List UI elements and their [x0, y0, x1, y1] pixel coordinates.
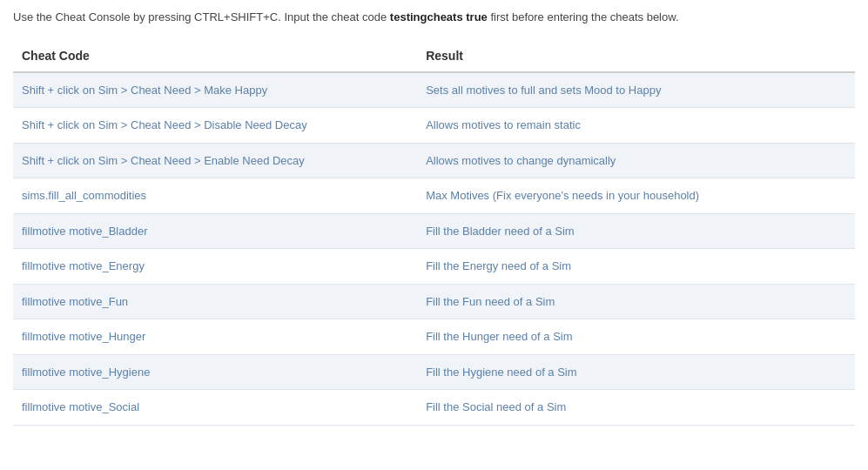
intro-paragraph: Use the Cheat Console by pressing CTRL+S…	[13, 9, 855, 26]
table-row: fillmotive motive_FunFill the Fun need o…	[13, 284, 855, 319]
intro-text-after: first before entering the cheats below.	[488, 10, 679, 24]
result-cell: Fill the Energy need of a Sim	[417, 249, 855, 285]
header-cheat-code: Cheat Code	[13, 42, 417, 72]
result-cell: Fill the Hunger need of a Sim	[417, 319, 855, 355]
table-row: fillmotive motive_HygieneFill the Hygien…	[13, 354, 855, 390]
table-row: Shift + click on Sim > Cheat Need > Enab…	[13, 143, 855, 178]
result-cell: Fill the Social need of a Sim	[417, 390, 855, 426]
cheat-code-cell: Shift + click on Sim > Cheat Need > Disa…	[13, 108, 417, 144]
table-header-row: Cheat Code Result	[13, 42, 855, 72]
intro-bold-code: testingcheats true	[390, 10, 488, 24]
cheat-code-cell: fillmotive motive_Hygiene	[13, 354, 417, 390]
table-row: fillmotive motive_SocialFill the Social …	[13, 390, 855, 426]
table-row: Shift + click on Sim > Cheat Need > Make…	[13, 72, 855, 108]
cheat-code-cell: fillmotive motive_Social	[13, 390, 417, 426]
result-cell: Fill the Fun need of a Sim	[417, 284, 855, 319]
intro-text-before: Use the Cheat Console by pressing CTRL+S…	[13, 10, 390, 24]
header-result: Result	[417, 42, 855, 72]
cheat-code-cell: fillmotive motive_Fun	[13, 284, 417, 319]
cheat-code-cell: Shift + click on Sim > Cheat Need > Make…	[13, 72, 417, 108]
table-row: Shift + click on Sim > Cheat Need > Disa…	[13, 108, 855, 144]
result-cell: Allows motives to change dynamically	[417, 143, 855, 178]
cheat-code-cell: fillmotive motive_Energy	[13, 249, 417, 285]
result-cell: Max Motives (Fix everyone's needs in you…	[417, 178, 855, 214]
cheat-code-cell: Shift + click on Sim > Cheat Need > Enab…	[13, 143, 417, 178]
cheat-code-cell: sims.fill_all_commodities	[13, 178, 417, 214]
table-row: sims.fill_all_commoditiesMax Motives (Fi…	[13, 178, 855, 214]
cheat-code-cell: fillmotive motive_Bladder	[13, 213, 417, 249]
result-cell: Allows motives to remain static	[417, 108, 855, 144]
table-row: fillmotive motive_BladderFill the Bladde…	[13, 213, 855, 249]
cheat-code-cell: fillmotive motive_Hunger	[13, 319, 417, 355]
result-cell: Fill the Hygiene need of a Sim	[417, 354, 855, 390]
result-cell: Sets all motives to full and sets Mood t…	[417, 72, 855, 108]
result-cell: Fill the Bladder need of a Sim	[417, 213, 855, 249]
cheat-table: Cheat Code Result Shift + click on Sim >…	[13, 42, 855, 426]
table-row: fillmotive motive_HungerFill the Hunger …	[13, 319, 855, 355]
table-row: fillmotive motive_EnergyFill the Energy …	[13, 249, 855, 285]
